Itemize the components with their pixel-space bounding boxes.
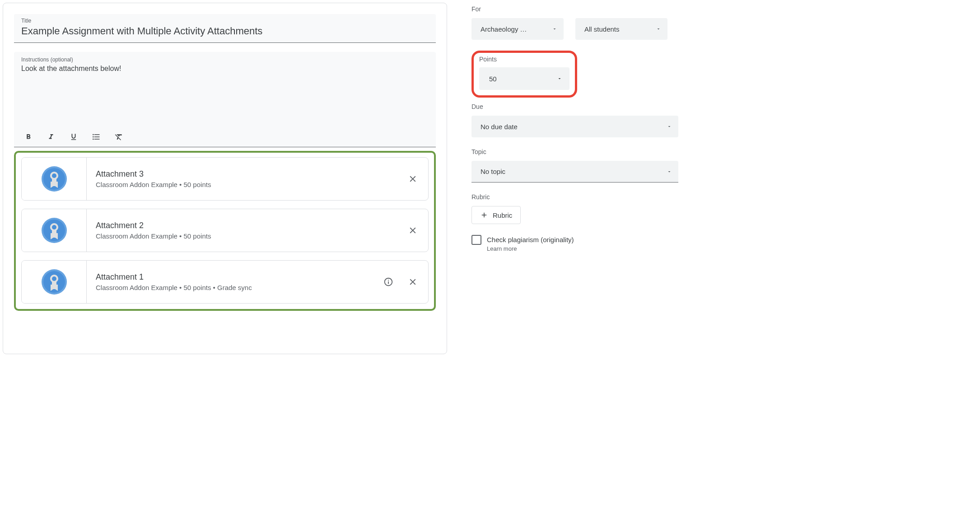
underline-icon[interactable] [68, 131, 79, 142]
assignment-sidebar: For Archaeology … All students Points [450, 0, 681, 357]
italic-icon[interactable] [46, 131, 56, 142]
remove-attachment-button[interactable] [407, 225, 418, 236]
svg-point-5 [52, 225, 56, 229]
instructions-field[interactable]: Instructions (optional) Look at the atta… [14, 52, 436, 147]
close-icon [408, 225, 418, 235]
attachment-subtitle: Classroom Addon Example • 50 points [96, 232, 398, 240]
attachment-subtitle: Classroom Addon Example • 50 points • Gr… [96, 284, 374, 291]
info-icon [383, 277, 393, 287]
attachment-title: Attachment 1 [96, 272, 374, 282]
caret-down-icon [552, 26, 557, 32]
title-value: Example Assignment with Multiple Activit… [21, 25, 429, 38]
svg-point-2 [52, 173, 56, 178]
clear-format-icon[interactable] [113, 131, 124, 142]
caret-down-icon [667, 124, 672, 129]
for-label: For [471, 5, 678, 13]
addon-icon [41, 217, 68, 244]
points-highlight-box: Points 50 [471, 51, 577, 98]
due-label: Due [471, 103, 678, 110]
attachment-row[interactable]: Attachment 2 Classroom Addon Example • 5… [21, 209, 429, 252]
caret-down-icon [667, 169, 672, 174]
for-students-value: All students [584, 25, 620, 33]
attachment-thumb [22, 158, 87, 200]
caret-down-icon [656, 26, 661, 32]
attachment-thumb [22, 209, 87, 252]
attachments-highlight-box: Attachment 3 Classroom Addon Example • 5… [14, 151, 436, 311]
rubric-button-label: Rubric [493, 211, 512, 219]
attachment-subtitle: Classroom Addon Example • 50 points [96, 181, 398, 188]
attachment-info-button[interactable] [383, 276, 394, 287]
topic-dropdown[interactable]: No topic [471, 161, 678, 183]
learn-more-link[interactable]: Learn more [487, 245, 574, 252]
instructions-value: Look at the attachments below! [21, 64, 429, 127]
bold-icon[interactable] [23, 131, 34, 142]
topic-value: No topic [481, 168, 505, 175]
for-students-dropdown[interactable]: All students [575, 18, 667, 40]
caret-down-icon [557, 76, 562, 81]
addon-icon [41, 268, 68, 295]
for-class-value: Archaeology … [481, 25, 527, 33]
add-rubric-button[interactable]: Rubric [471, 206, 521, 224]
remove-attachment-button[interactable] [407, 173, 418, 184]
plus-icon [480, 211, 488, 219]
bullet-list-icon[interactable] [91, 131, 102, 142]
assignment-editor-main: Title Example Assignment with Multiple A… [0, 0, 450, 357]
assignment-card: Title Example Assignment with Multiple A… [3, 3, 447, 354]
attachment-thumb [22, 261, 87, 303]
points-label: Points [479, 56, 569, 63]
addon-icon [41, 165, 68, 192]
title-field[interactable]: Title Example Assignment with Multiple A… [14, 14, 436, 43]
plagiarism-checkbox[interactable] [471, 235, 481, 245]
attachment-body: Attachment 3 Classroom Addon Example • 5… [87, 158, 407, 200]
attachment-row[interactable]: Attachment 3 Classroom Addon Example • 5… [21, 157, 429, 201]
close-icon [408, 277, 418, 287]
attachment-body: Attachment 1 Classroom Addon Example • 5… [87, 261, 383, 303]
title-label: Title [21, 18, 429, 24]
formatting-toolbar [21, 127, 429, 147]
close-icon [408, 174, 418, 184]
svg-point-8 [52, 276, 56, 281]
instructions-label: Instructions (optional) [21, 56, 429, 63]
topic-label: Topic [471, 148, 678, 155]
remove-attachment-button[interactable] [407, 276, 418, 287]
rubric-label: Rubric [471, 193, 678, 201]
for-class-dropdown[interactable]: Archaeology … [471, 18, 564, 40]
due-date-dropdown[interactable]: No due date [471, 116, 678, 137]
plagiarism-label: Check plagiarism (originality) [487, 235, 574, 244]
attachment-row[interactable]: Attachment 1 Classroom Addon Example • 5… [21, 260, 429, 304]
attachment-title: Attachment 3 [96, 169, 398, 179]
points-value: 50 [489, 75, 497, 83]
points-dropdown[interactable]: 50 [479, 67, 569, 90]
due-value: No due date [481, 123, 518, 131]
attachment-title: Attachment 2 [96, 221, 398, 230]
attachment-body: Attachment 2 Classroom Addon Example • 5… [87, 209, 407, 252]
